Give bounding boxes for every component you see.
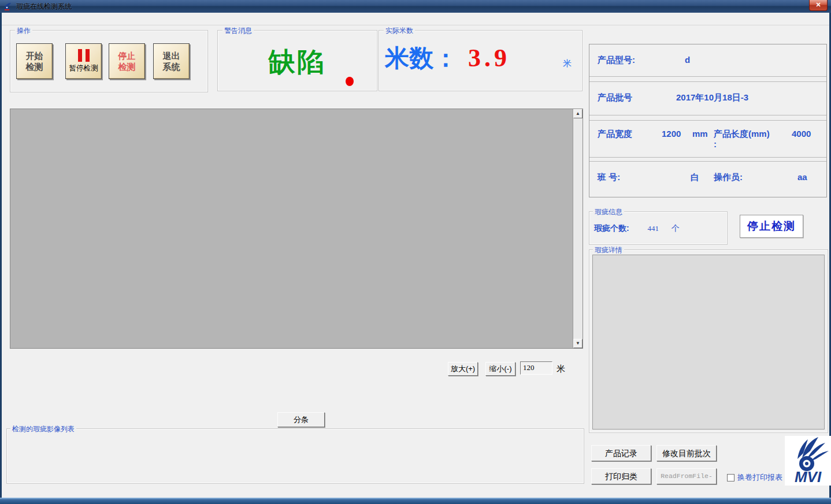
- roll-print-checkbox-label: 换卷打印报表: [737, 472, 782, 483]
- product-width-unit: mm: [692, 129, 708, 139]
- meters-unit: 米: [563, 58, 572, 69]
- info-tabs: [587, 29, 830, 40]
- basic-info-box: 产品型号: d 产品批号 2017年10月18日-3 产品宽度 1200 mm …: [589, 44, 827, 197]
- defect-images-group: 检测的瑕疵影像列表: [6, 428, 584, 484]
- defect-detail-group: 瑕疵详情: [589, 249, 828, 433]
- defect-count-unit: 个: [672, 223, 680, 233]
- warning-group: 警告消息 缺陷: [217, 30, 377, 91]
- pause-detect-label: 暂停检测: [69, 64, 98, 73]
- modify-batch-button[interactable]: 修改目前批次: [656, 445, 717, 461]
- defect-detail-table: [592, 255, 825, 430]
- product-model-value: d: [685, 55, 690, 65]
- product-model-label: 产品型号:: [598, 55, 635, 66]
- zoom-in-button[interactable]: 放大(+): [448, 362, 478, 376]
- meters-group: 实际米数 米数： 3.9 米: [379, 30, 583, 91]
- meters-label: 米数：: [385, 42, 458, 74]
- product-width-label: 产品宽度: [598, 129, 632, 140]
- defect-count-label: 瑕疵个数:: [594, 223, 629, 233]
- read-from-file-button: ReadFromFile-SIM: [656, 468, 717, 484]
- length-unit-label: 米: [557, 364, 565, 375]
- app-window: 瑕疵在线检测系统 ✕ 操作 开始 检测 暂停检测 停止 检测 退出 系统 警告消…: [0, 0, 831, 504]
- length-input[interactable]: 120: [520, 361, 552, 375]
- defect-info-group: 瑕疵信息 瑕疵个数: 441 个: [589, 211, 728, 245]
- zoom-out-button[interactable]: 缩小(-): [485, 362, 515, 376]
- mvi-logo: MVI: [785, 436, 831, 486]
- defect-images-group-label: 检测的瑕疵影像列表: [10, 424, 76, 434]
- close-button[interactable]: ✕: [809, 0, 828, 11]
- shift-label: 班 号:: [598, 172, 620, 183]
- product-length-label: 产品长度(mm) :: [714, 129, 770, 150]
- warning-group-label: 警告消息: [222, 26, 254, 36]
- chart-scrollbar[interactable]: ▲ ▼: [573, 109, 583, 348]
- stop-detect-button-right[interactable]: 停止检测: [740, 215, 803, 238]
- pause-icon: [78, 49, 90, 62]
- print-sort-button[interactable]: 打印归类: [591, 468, 651, 484]
- product-size-row: 产品宽度 1200 mm 产品长度(mm) : 4000: [589, 121, 826, 158]
- defect-info-group-label: 瑕疵信息: [593, 207, 624, 217]
- strip-button[interactable]: 分条: [277, 412, 325, 427]
- product-model-row: 产品型号: d: [589, 44, 826, 77]
- operator-value: aa: [797, 172, 807, 182]
- scroll-down-icon[interactable]: ▼: [573, 339, 583, 348]
- meters-group-label: 实际米数: [384, 26, 415, 36]
- defect-count-value: 441: [648, 224, 659, 233]
- operator-label: 操作员:: [714, 172, 743, 183]
- warning-dot-icon: [346, 77, 354, 86]
- operation-group-label: 操作: [15, 26, 32, 36]
- pause-detect-button[interactable]: 暂停检测: [65, 43, 102, 79]
- defect-detail-group-label: 瑕疵详情: [593, 245, 624, 255]
- exit-system-button[interactable]: 退出 系统: [153, 43, 190, 79]
- roll-print-checkbox[interactable]: [727, 474, 734, 481]
- roll-print-checkbox-row: 换卷打印报表: [727, 472, 782, 483]
- warning-text: 缺陷: [218, 44, 377, 80]
- operation-group: 操作 开始 检测 暂停检测 停止 检测 退出 系统: [10, 30, 208, 92]
- shift-value: 白: [691, 172, 699, 183]
- start-detect-button[interactable]: 开始 检测: [16, 43, 53, 79]
- app-logo-icon: [3, 2, 13, 10]
- distribution-chart-area: ▲ ▼: [10, 109, 583, 349]
- product-batch-row: 产品批号 2017年10月18日-3: [589, 82, 826, 115]
- window-bottom-edge: [0, 498, 831, 504]
- title-bar: 瑕疵在线检测系统 ✕: [0, 0, 831, 13]
- scroll-up-icon[interactable]: ▲: [573, 109, 583, 118]
- right-panel: 产品型号: d 产品批号 2017年10月18日-3 产品宽度 1200 mm …: [587, 29, 830, 486]
- product-record-button[interactable]: 产品记录: [591, 445, 651, 461]
- mvi-logo-text: MVI: [795, 468, 822, 486]
- meters-value: 3.9: [468, 43, 510, 73]
- product-batch-label: 产品批号: [598, 92, 632, 103]
- window-title: 瑕疵在线检测系统: [16, 2, 72, 12]
- status-bar: [2, 487, 829, 498]
- shift-operator-row: 班 号: 白 操作员: aa: [589, 162, 826, 193]
- product-batch-value: 2017年10月18日-3: [676, 92, 748, 103]
- stop-detect-button[interactable]: 停止 检测: [109, 43, 145, 79]
- menu-bar: [2, 13, 829, 25]
- product-length-value: 4000: [792, 129, 811, 139]
- product-width-value: 1200: [662, 129, 681, 139]
